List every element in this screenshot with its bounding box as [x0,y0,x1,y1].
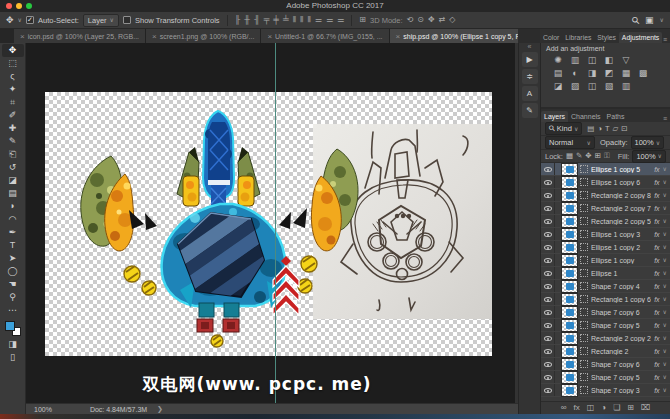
layer-thumbnail[interactable] [562,203,577,214]
layer-effects-badge[interactable]: fx [654,374,659,381]
curves-icon[interactable]: ◫ [586,54,598,65]
fx-caret-icon[interactable]: ∨ [663,192,667,198]
new-layer-icon[interactable]: ⊞ [627,404,634,412]
filter-smart-objects-icon[interactable]: ⊡ [621,125,627,133]
close-tab-icon[interactable]: × [396,32,401,41]
filter-adjustment-layers-icon[interactable]: ◑ [597,125,602,133]
auto-select-checkbox[interactable] [26,16,34,24]
visibility-cell[interactable] [541,306,555,318]
fx-caret-icon[interactable]: ∨ [663,387,667,393]
align-top-edges-icon[interactable]: ╤ [264,16,270,24]
layer-effects-badge[interactable]: fx [654,296,659,303]
workspace-caret-icon[interactable]: ∨ [660,17,664,23]
photo-filter-icon[interactable]: ◩ [603,67,615,78]
visibility-cell[interactable] [541,176,555,188]
align-horizontal-centers-icon[interactable]: ╫ [244,16,250,24]
layer-row[interactable]: Ellipse 1 copy 5fx∨ [541,163,670,176]
layer-effects-badge[interactable]: fx [654,218,659,225]
type-tool-icon[interactable]: T [2,239,24,252]
panel-tab-layers[interactable]: Layers [541,111,568,122]
layer-effects-badge[interactable]: fx [654,231,659,238]
layer-thumbnail[interactable] [562,320,577,331]
glyphs-panel-icon[interactable]: A [522,86,538,101]
layer-group-icon[interactable]: ❏ [613,404,620,412]
layer-thumbnail[interactable] [562,294,577,305]
align-left-edges-icon[interactable]: ╟ [235,16,241,24]
move-tool-icon[interactable]: ✥ [2,44,24,57]
brush-settings-panel-icon[interactable]: ✎ [522,103,538,118]
lock-transparent-pixels-icon[interactable]: ▦ [566,152,573,160]
hand-tool-icon[interactable]: ☚ [2,278,24,291]
eye-icon[interactable] [544,219,552,224]
eye-icon[interactable] [544,297,552,302]
layer-effects-badge[interactable]: fx [654,205,659,212]
layer-row[interactable]: Shape 7 copy 6fx∨ [541,358,670,371]
layer-row[interactable]: Rectangle 2 copy 8fx∨ [541,189,670,202]
layer-row[interactable]: Shape 7 copy 6fx∨ [541,306,670,319]
layer-effects-badge[interactable]: fx [654,387,659,394]
fx-caret-icon[interactable]: ∨ [663,205,667,211]
align-right-edges-icon[interactable]: ╢ [254,16,260,24]
fx-caret-icon[interactable]: ∨ [663,257,667,263]
layer-row[interactable]: Ellipse 1 copy 3fx∨ [541,228,670,241]
gradient-map-icon[interactable]: ▥ [620,80,632,91]
panel-tab-adjustments[interactable]: Adjustments [619,32,662,43]
layers-panel-menu-icon[interactable]: ≡ [663,115,670,122]
brush-tool-icon[interactable]: ✎ [2,135,24,148]
levels-icon[interactable]: ▥ [569,54,581,65]
layer-row[interactable]: Ellipse 1 copy 2fx∨ [541,241,670,254]
zoom-tool-icon[interactable]: ⚲ [2,291,24,304]
fx-caret-icon[interactable]: ∨ [663,322,667,328]
document-tab[interactable]: ×screen1.png @ 100% (RGB/... [146,29,261,43]
visibility-cell[interactable] [541,319,555,331]
search-icon[interactable]: ⚲ [629,14,642,27]
distribute-spacing-icon[interactable]: ⊞ [359,16,366,24]
layer-row[interactable]: Rectangle 2 copy 5fx∨ [541,215,670,228]
distribute-vertical-centers-icon[interactable]: ⚌ [326,16,333,24]
lock-image-pixels-icon[interactable]: ✎ [576,152,582,160]
visibility-cell[interactable] [541,189,555,201]
fx-caret-icon[interactable]: ∨ [663,218,667,224]
eye-icon[interactable] [544,206,552,211]
distribute-right-edges-icon[interactable]: ⫴ [307,16,310,24]
gradient-tool-icon[interactable]: ▤ [2,187,24,200]
fill-dropdown[interactable]: 100% ∨ [632,150,666,163]
layer-thumbnail[interactable] [562,216,577,227]
clone-stamp-tool-icon[interactable]: ⎗ [2,148,24,161]
layer-thumbnail[interactable] [562,164,577,175]
lock-position-icon[interactable]: ✥ [585,152,591,160]
healing-brush-tool-icon[interactable]: ✚ [2,122,24,135]
link-layers-icon[interactable]: ∞ [561,404,567,412]
document-tab[interactable]: ×ship.psd @ 100% (Ellipse 1 copy 5, RGB/… [390,29,518,43]
threshold-icon[interactable]: ◫ [586,80,598,91]
distribute-horizontal-centers-icon[interactable]: ⫴ [300,16,303,24]
layer-thumbnail[interactable] [562,372,577,383]
3d-roll-icon[interactable]: ⊙ [417,16,424,24]
layer-thumbnail[interactable] [562,281,577,292]
dodge-tool-icon[interactable]: ◠ [2,213,24,226]
layer-thumbnail[interactable] [562,255,577,266]
visibility-cell[interactable] [541,371,555,383]
eye-icon[interactable] [544,388,552,393]
layer-effects-badge[interactable]: fx [654,283,659,290]
layer-row[interactable]: Shape 7 copy 5fx∨ [541,319,670,332]
visibility-cell[interactable] [541,384,555,396]
eye-icon[interactable] [544,284,552,289]
layer-effects-badge[interactable]: fx [654,192,659,199]
show-transform-checkbox[interactable] [123,16,131,24]
layer-effects-badge[interactable]: fx [654,166,659,173]
layer-effects-badge[interactable]: fx [654,322,659,329]
close-tab-icon[interactable]: × [152,32,157,41]
delete-layer-icon[interactable]: ⌧ [641,404,650,412]
visibility-cell[interactable] [541,215,555,227]
3d-drag-icon[interactable]: ✥ [428,16,435,24]
layer-row[interactable]: Shape 7 copy 3fx∨ [541,384,670,397]
exposure-icon[interactable]: ◧ [603,54,615,65]
distribute-left-edges-icon[interactable]: ⫴ [293,16,296,24]
eye-icon[interactable] [544,167,552,172]
layer-effects-badge[interactable]: fx [654,348,659,355]
quick-mask-icon[interactable]: ◨ [2,338,24,351]
layer-effects-badge[interactable]: fx [654,257,659,264]
3d-scale-icon[interactable]: ◇ [449,16,455,24]
zoom-level[interactable]: 100% [34,406,52,413]
